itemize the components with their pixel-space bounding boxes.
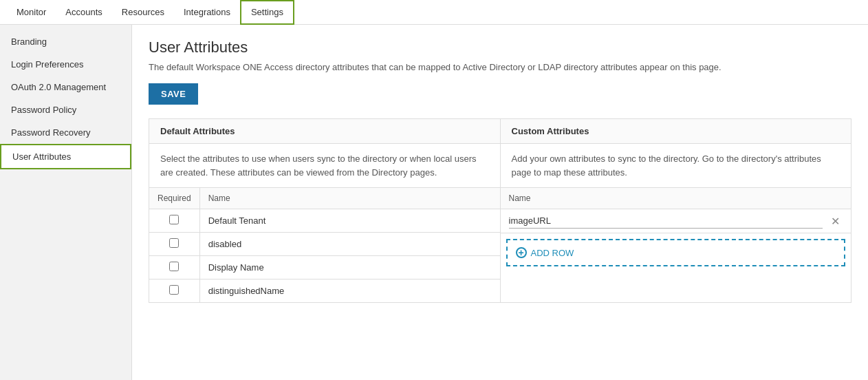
sidebar-item-oauth[interactable]: OAuth 2.0 Management: [0, 76, 131, 98]
table-row: Default Tenant: [149, 209, 500, 233]
table-row: distinguishedName: [149, 279, 500, 303]
required-checkbox[interactable]: [169, 238, 179, 248]
custom-attribute-input[interactable]: [509, 213, 823, 229]
sidebar-item-user-attributes[interactable]: User Attributes: [0, 144, 131, 169]
sidebar-item-branding[interactable]: Branding: [0, 30, 131, 53]
required-cell: [149, 256, 199, 279]
add-row-label: ADD ROW: [531, 248, 574, 258]
save-button[interactable]: SAVE: [149, 83, 198, 105]
add-row-button[interactable]: + ADD ROW: [506, 239, 846, 266]
nav-settings[interactable]: Settings: [240, 0, 294, 25]
col-required: Required: [149, 188, 199, 209]
custom-name-label: Name: [501, 188, 851, 209]
sidebar: Branding Login Preferences OAuth 2.0 Man…: [0, 25, 132, 380]
custom-attributes-header: Custom Attributes: [501, 119, 851, 144]
required-cell: [149, 279, 199, 303]
attributes-section: Default Attributes Select the attributes…: [149, 118, 851, 303]
required-checkbox[interactable]: [169, 262, 179, 271]
close-icon: ✕: [831, 215, 840, 228]
required-cell: [149, 209, 199, 233]
nav-monitor[interactable]: Monitor: [7, 0, 56, 25]
required-cell: [149, 233, 199, 256]
top-nav: Monitor Accounts Resources Integrations …: [0, 0, 868, 25]
attribute-name-cell: distinguishedName: [199, 279, 499, 303]
table-row: Display Name: [149, 256, 500, 279]
default-attributes-col: Default Attributes Select the attributes…: [149, 119, 501, 302]
col-name: Name: [199, 188, 499, 209]
default-attributes-desc: Select the attributes to use when users …: [149, 144, 500, 188]
nav-accounts[interactable]: Accounts: [56, 0, 111, 25]
default-attributes-header: Default Attributes: [149, 119, 500, 144]
sidebar-item-login-preferences[interactable]: Login Preferences: [0, 53, 131, 76]
clear-input-button[interactable]: ✕: [828, 215, 843, 228]
nav-resources[interactable]: Resources: [112, 0, 174, 25]
page-title: User Attributes: [149, 39, 851, 56]
content-area: User Attributes The default Workspace ON…: [132, 25, 868, 380]
custom-input-row: ✕: [501, 209, 851, 233]
custom-attributes-desc: Add your own attributes to sync to the d…: [501, 144, 851, 188]
required-checkbox[interactable]: [169, 215, 179, 224]
add-icon: +: [516, 247, 527, 258]
page-description: The default Workspace ONE Access directo…: [149, 62, 851, 72]
sidebar-item-password-policy[interactable]: Password Policy: [0, 98, 131, 121]
table-row: disabled: [149, 233, 500, 256]
default-attributes-table: Required Name Default TenantdisabledDisp…: [149, 188, 500, 302]
custom-attributes-col: Custom Attributes Add your own attribute…: [501, 119, 851, 302]
attribute-name-cell: Display Name: [199, 256, 499, 279]
nav-integrations[interactable]: Integrations: [174, 0, 240, 25]
attribute-name-cell: disabled: [199, 233, 499, 256]
sidebar-item-password-recovery[interactable]: Password Recovery: [0, 121, 131, 144]
required-checkbox[interactable]: [169, 285, 179, 295]
main-layout: Branding Login Preferences OAuth 2.0 Man…: [0, 25, 868, 380]
attribute-name-cell: Default Tenant: [199, 209, 499, 233]
